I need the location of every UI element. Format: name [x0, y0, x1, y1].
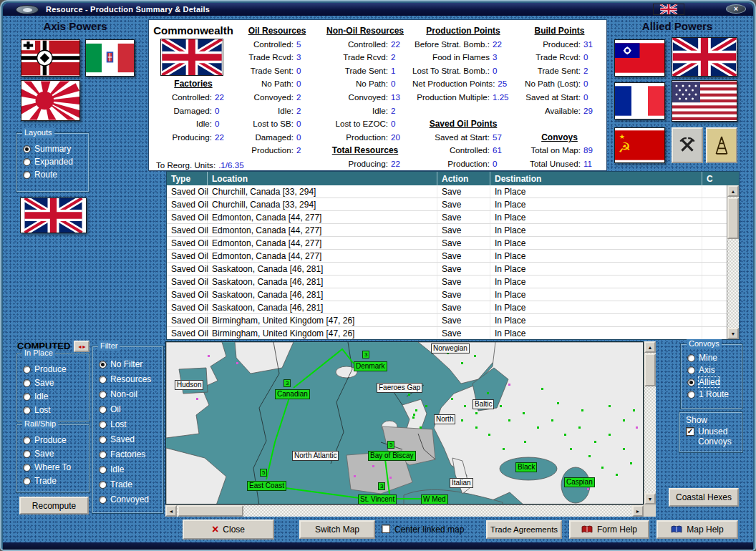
- france-flag[interactable]: [614, 82, 665, 120]
- convoy-route-label[interactable]: W Med: [421, 494, 448, 504]
- close-icon[interactable]: ×: [726, 4, 746, 14]
- form-help-button[interactable]: Form Help: [569, 520, 649, 539]
- crossed-picks-icon: [678, 136, 697, 155]
- unused-convoys-checkbox[interactable]: ✓: [686, 427, 694, 436]
- scroll-up-icon[interactable]: ▲: [644, 341, 656, 353]
- convoy-map[interactable]: Norwegian Hudson Faeroes Gap Baltic Nort…: [165, 341, 644, 504]
- convoy-route-label[interactable]: Canadian: [275, 389, 310, 399]
- convoys-group: Convoys Mine Axis Allied: [681, 344, 742, 409]
- close-button[interactable]: × Close: [183, 520, 274, 540]
- map-vertical-scrollbar[interactable]: ▲ ▼: [644, 341, 656, 504]
- column-destination[interactable]: Destination: [490, 172, 702, 185]
- convoy-route-label[interactable]: Denmark: [354, 361, 387, 371]
- uk-flag-sidebar[interactable]: [20, 198, 87, 233]
- table-row[interactable]: Saved Oil Edmonton, Canada [44, 277] Sav…: [167, 224, 727, 237]
- germany-flag[interactable]: [21, 39, 80, 77]
- radio-icon: [99, 406, 107, 414]
- convoys-radio-option[interactable]: 1 Route: [687, 389, 742, 399]
- convoys-radio-option[interactable]: Mine: [687, 353, 742, 363]
- filter-radio-option[interactable]: Factories: [99, 449, 163, 459]
- italy-flag[interactable]: [85, 39, 135, 77]
- map-horizontal-scrollbar[interactable]: ◄ ►: [165, 504, 644, 517]
- ussr-flag[interactable]: ★☭: [614, 127, 665, 163]
- radio-icon: [687, 366, 695, 374]
- table-scrollbar[interactable]: ▲ ▼: [727, 185, 739, 339]
- center-linked-map-checkbox[interactable]: [382, 525, 390, 533]
- coastal-hexes-button[interactable]: Coastal Hexes: [669, 488, 739, 507]
- rail-ship-radio-option[interactable]: Save: [23, 449, 89, 459]
- column-location[interactable]: Location: [208, 172, 437, 185]
- radio-icon: [23, 477, 31, 485]
- radio-icon: [23, 393, 31, 401]
- convoy-route-label[interactable]: Bay of Biscay: [368, 451, 416, 461]
- computed-swap-button[interactable]: ◄►: [74, 341, 89, 352]
- switch-map-button[interactable]: Switch Map: [299, 520, 375, 539]
- column-type[interactable]: Type: [167, 172, 208, 185]
- recompute-button[interactable]: Recompute: [19, 497, 89, 515]
- scrollbar-thumb[interactable]: [178, 505, 243, 517]
- table-row[interactable]: Saved Oil Saskatoon, Canada [46, 281] Sa…: [167, 263, 727, 276]
- center-linked-map-label: Center linked map: [394, 525, 464, 535]
- oil-derrick-button[interactable]: [706, 127, 737, 163]
- mine-resources-button[interactable]: [672, 127, 703, 163]
- radio-icon: [687, 391, 695, 399]
- radio-label: Axis: [699, 365, 715, 375]
- in-place-radio-option[interactable]: Save: [23, 378, 89, 388]
- table-row[interactable]: Saved Oil Churchill, Canada [33, 294] Sa…: [167, 185, 727, 198]
- convoys-radio-option[interactable]: Axis: [687, 365, 742, 375]
- japan-flag[interactable]: [21, 80, 80, 121]
- map-help-button[interactable]: Map Help: [656, 520, 738, 539]
- scrollbar-thumb[interactable]: [727, 198, 739, 239]
- in-place-radio-option[interactable]: Produce: [23, 364, 89, 374]
- table-row[interactable]: Saved Oil Saskatoon, Canada [46, 281] Sa…: [167, 288, 727, 301]
- scrollbar-thumb[interactable]: [644, 353, 656, 386]
- app-icon[interactable]: [16, 5, 39, 14]
- uk-flag-allied[interactable]: [672, 37, 737, 77]
- layout-radio-option[interactable]: Summary: [23, 144, 88, 154]
- table-row[interactable]: Saved Oil Churchill, Canada [33, 294] Sa…: [167, 198, 727, 211]
- filter-radio-option[interactable]: Lost: [99, 419, 163, 429]
- convoy-route-label[interactable]: East Coast: [247, 481, 286, 491]
- in-place-radio-option[interactable]: Idle: [23, 391, 89, 401]
- rail-ship-radio-option[interactable]: Trade: [23, 476, 89, 486]
- layout-radio-option[interactable]: Expanded: [23, 157, 88, 167]
- table-row[interactable]: Saved Oil Edmonton, Canada [44, 277] Sav…: [167, 250, 727, 263]
- table-row[interactable]: Saved Oil Saskatoon, Canada [46, 281] Sa…: [167, 301, 727, 314]
- filter-radio-option[interactable]: Resources: [99, 374, 163, 384]
- filter-radio-option[interactable]: Non-oil: [99, 389, 163, 399]
- convoy-route-label[interactable]: Caspian: [564, 477, 595, 487]
- convoy-route-label[interactable]: St. Vincent: [358, 494, 397, 504]
- filter-radio-option[interactable]: Oil: [99, 404, 163, 414]
- scroll-up-icon[interactable]: ▲: [727, 185, 739, 197]
- table-row[interactable]: Saved Oil Edmonton, Canada [44, 277] Sav…: [167, 237, 727, 250]
- usa-flag[interactable]: [672, 80, 737, 122]
- sea-area-label: North Atlantic: [292, 451, 339, 461]
- scroll-down-icon[interactable]: ▼: [727, 328, 739, 339]
- radio-label: Route: [34, 170, 57, 180]
- rail-ship-radio-option[interactable]: Produce: [23, 435, 89, 445]
- table-row[interactable]: Saved Oil Birmingham, United Kingdom [47…: [167, 314, 727, 327]
- filter-radio-option[interactable]: Convoyed: [99, 494, 163, 504]
- allied-powers-title: Allied Powers: [614, 20, 741, 32]
- table-row[interactable]: Saved Oil Saskatoon, Canada [46, 281] Sa…: [167, 276, 727, 288]
- filter-radio-option[interactable]: Idle: [99, 464, 163, 474]
- column-action[interactable]: Action: [437, 172, 490, 185]
- scroll-down-icon[interactable]: ▼: [644, 493, 656, 504]
- convoys-radio-option[interactable]: Allied: [687, 377, 742, 387]
- table-row[interactable]: Saved Oil Edmonton, Canada [44, 277] Sav…: [167, 211, 727, 224]
- radio-label: Expanded: [34, 157, 73, 167]
- in-place-radio-option[interactable]: Lost: [23, 405, 89, 415]
- radio-label: Factories: [110, 449, 145, 459]
- scroll-right-icon[interactable]: ►: [632, 505, 644, 517]
- rail-ship-radio-option[interactable]: Where To: [23, 462, 89, 472]
- china-flag[interactable]: [614, 39, 665, 77]
- column-c[interactable]: C: [702, 172, 739, 185]
- filter-radio-option[interactable]: Saved: [99, 434, 163, 444]
- convoy-route-label[interactable]: Black: [515, 462, 537, 472]
- filter-radio-option[interactable]: Trade: [99, 479, 163, 489]
- scroll-left-icon[interactable]: ◄: [165, 505, 177, 517]
- layout-radio-option[interactable]: Route: [23, 170, 88, 180]
- table-row[interactable]: Saved Oil Birmingham, United Kingdom [47…: [167, 327, 727, 339]
- trade-agreements-button[interactable]: Trade Agreements: [486, 520, 562, 539]
- filter-radio-option[interactable]: No Filter: [99, 359, 163, 369]
